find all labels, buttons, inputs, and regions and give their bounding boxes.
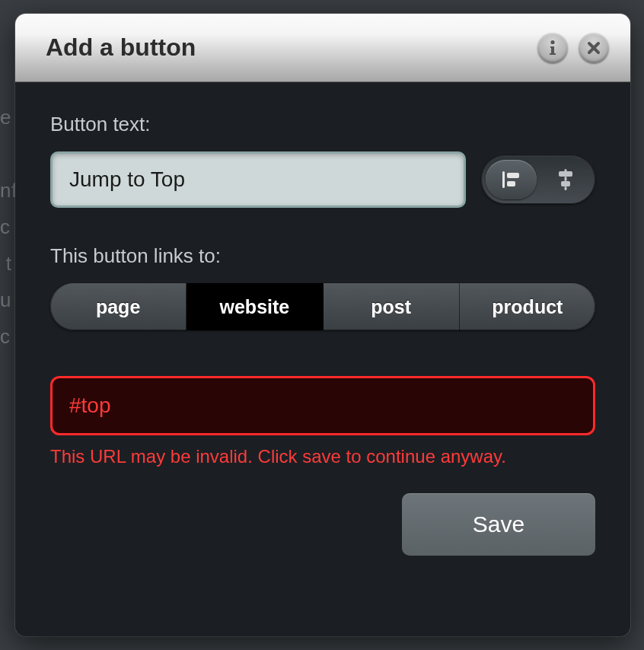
dialog-title: Add a button: [46, 33, 537, 62]
button-text-row: [50, 151, 595, 208]
save-button[interactable]: Save: [402, 493, 595, 556]
titlebar-actions: [537, 33, 609, 63]
dialog-body: Button text:: [15, 82, 630, 556]
link-target-product[interactable]: product: [460, 283, 595, 330]
align-center-icon: [556, 169, 575, 190]
url-error-message: This URL may be invalid. Click save to c…: [50, 446, 595, 467]
link-target-post[interactable]: post: [324, 283, 460, 330]
svg-rect-3: [507, 181, 515, 186]
align-left-option[interactable]: [486, 160, 537, 199]
svg-rect-7: [561, 181, 570, 186]
align-center-option[interactable]: [540, 160, 591, 199]
svg-point-0: [550, 40, 554, 43]
close-button[interactable]: [579, 33, 609, 63]
button-text-label: Button text:: [50, 113, 595, 136]
svg-rect-8: [564, 186, 566, 190]
link-target-website[interactable]: website: [187, 283, 323, 330]
svg-rect-1: [502, 171, 505, 188]
button-text-input[interactable]: [50, 151, 466, 208]
info-icon: [546, 40, 560, 56]
link-target-page[interactable]: page: [50, 283, 187, 330]
url-input[interactable]: [50, 376, 595, 435]
svg-rect-5: [564, 169, 566, 173]
svg-rect-6: [564, 177, 566, 181]
alignment-toggle: [481, 155, 595, 204]
links-to-label: This button links to:: [50, 244, 595, 268]
add-button-dialog: Add a button Button text:: [15, 14, 630, 636]
dialog-titlebar: Add a button: [15, 14, 630, 82]
close-icon: [587, 41, 601, 55]
dialog-footer: Save: [50, 493, 595, 556]
align-left-icon: [501, 170, 522, 190]
svg-rect-2: [507, 173, 519, 178]
info-button[interactable]: [537, 33, 568, 63]
link-target-segmented: page website post product: [50, 283, 595, 330]
